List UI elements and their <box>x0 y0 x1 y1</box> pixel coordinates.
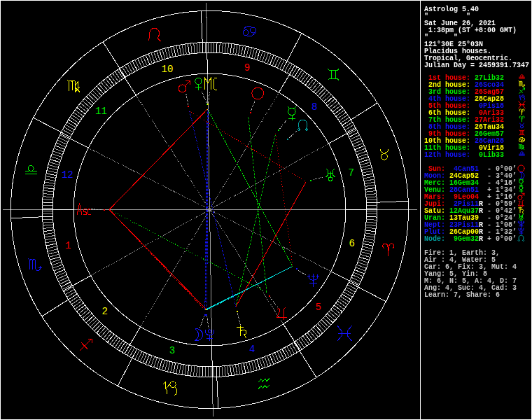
svg-text:4: 4 <box>249 344 255 355</box>
svg-text:8: 8 <box>312 102 317 113</box>
svg-text:7: 7 <box>349 167 354 178</box>
svg-text:3: 3 <box>169 345 175 356</box>
svg-text:9: 9 <box>244 62 250 74</box>
svg-text:6: 6 <box>349 238 354 249</box>
svg-text:10: 10 <box>161 64 173 75</box>
svg-text:2: 2 <box>102 306 107 317</box>
svg-text:5: 5 <box>315 302 321 313</box>
svg-text:12: 12 <box>62 169 74 181</box>
svg-text:1: 1 <box>65 240 71 251</box>
svg-text:11: 11 <box>95 106 107 117</box>
